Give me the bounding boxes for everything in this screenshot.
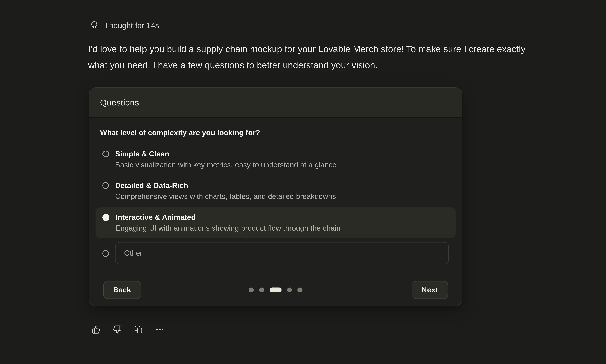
message-actions	[92, 325, 164, 334]
option-label: Detailed & Data-Rich	[115, 180, 336, 191]
page-dot-active	[269, 287, 282, 293]
question-text: What level of complexity are you looking…	[100, 129, 451, 137]
option-description: Comprehensive views with charts, tables,…	[115, 191, 336, 202]
option-detailed-data-rich[interactable]: Detailed & Data-Rich Comprehensive views…	[95, 176, 456, 207]
thumbs-down-icon[interactable]	[113, 325, 122, 334]
pagination-dots	[249, 287, 302, 293]
chat-page: Thought for 14s I'd love to help you bui…	[0, 0, 606, 364]
option-interactive-animated[interactable]: Interactive & Animated Engaging UI with …	[95, 207, 456, 238]
option-description: Basic visualization with key metrics, ea…	[115, 159, 337, 170]
option-description: Engaging UI with animations showing prod…	[116, 223, 341, 234]
thought-label: Thought for 14s	[104, 21, 159, 30]
questions-card-body: What level of complexity are you looking…	[89, 118, 462, 306]
page-dot	[249, 287, 254, 293]
page-dot	[297, 287, 302, 293]
next-button[interactable]: Next	[412, 281, 448, 299]
card-title: Questions	[100, 98, 139, 108]
radio-unselected-icon[interactable]	[102, 151, 109, 157]
thought-toggle[interactable]: Thought for 14s	[89, 21, 159, 30]
page-dot	[259, 287, 264, 293]
questions-card: Questions What level of complexity are y…	[89, 87, 462, 306]
more-options-icon[interactable]	[155, 325, 164, 334]
lightbulb-icon	[89, 21, 99, 30]
card-footer: Back Next	[95, 274, 456, 306]
radio-unselected-icon[interactable]	[102, 250, 109, 257]
option-label: Simple & Clean	[115, 149, 337, 159]
options-list: Simple & Clean Basic visualization with …	[95, 144, 456, 268]
option-simple-clean[interactable]: Simple & Clean Basic visualization with …	[95, 144, 456, 175]
option-other[interactable]	[95, 239, 456, 268]
questions-card-header: Questions	[89, 88, 462, 118]
back-button[interactable]: Back	[103, 281, 141, 299]
assistant-message: I'd love to help you build a supply chai…	[88, 41, 540, 73]
radio-selected-icon[interactable]	[102, 214, 109, 221]
radio-unselected-icon[interactable]	[102, 182, 109, 189]
copy-icon[interactable]	[134, 325, 143, 334]
page-dot	[287, 287, 292, 293]
thumbs-up-icon[interactable]	[92, 325, 100, 334]
option-label: Interactive & Animated	[116, 212, 341, 223]
other-option-input[interactable]	[115, 242, 449, 264]
